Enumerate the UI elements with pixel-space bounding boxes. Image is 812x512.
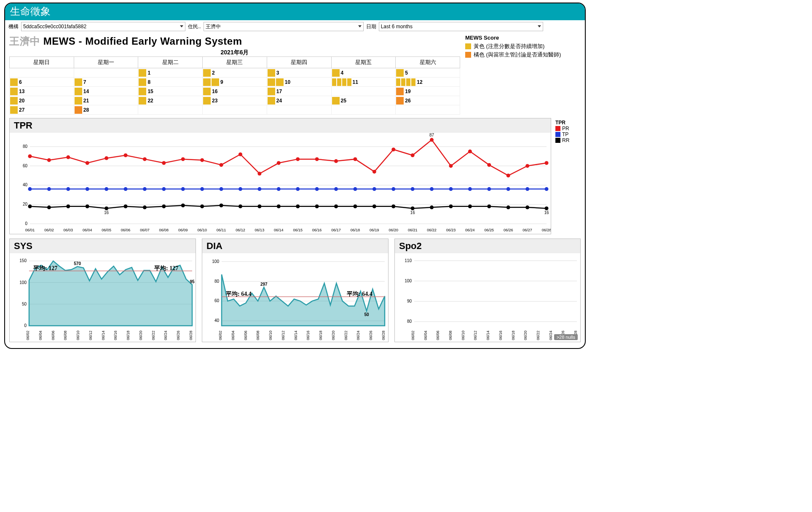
calendar-cell[interactable]: 24 — [267, 96, 331, 105]
weekday-header: 星期二 — [138, 57, 203, 68]
calendar-cell[interactable] — [203, 105, 267, 115]
svg-text:06/16: 06/16 — [312, 228, 322, 232]
svg-point-61 — [468, 187, 472, 191]
calendar-cell[interactable] — [396, 105, 460, 115]
calendar-cell[interactable]: 3 — [267, 68, 331, 78]
mews-legend: MEWS Score 黃色 (注意分數是否持續增加) 橘色 (與當班主管討論是否… — [465, 35, 581, 115]
calendar-cell[interactable]: 17 — [267, 87, 331, 96]
calendar-cell[interactable]: 19 — [396, 87, 460, 96]
svg-point-38 — [28, 187, 32, 191]
calendar-cell[interactable]: 13 — [10, 87, 74, 96]
legend-pr: PR — [555, 126, 581, 131]
legend-yellow: 黃色 (注意分數是否持續增加) — [465, 43, 581, 50]
calendar-cell[interactable]: 10 — [267, 78, 331, 87]
calendar-cell[interactable]: 16 — [203, 87, 267, 96]
svg-text:06/11: 06/11 — [217, 228, 226, 232]
calendar-cell[interactable]: 6 — [10, 78, 74, 87]
calendar-cell[interactable] — [267, 105, 331, 115]
svg-point-91 — [506, 206, 510, 209]
svg-point-36 — [525, 164, 529, 168]
svg-text:80: 80 — [407, 319, 412, 324]
title-bar: 生命徵象 — [5, 3, 585, 20]
svg-point-52 — [296, 187, 300, 191]
calendar-cell[interactable]: 4 — [331, 68, 396, 78]
date-select[interactable]: Last 6 months — [379, 22, 543, 31]
mews-calendar: 星期日星期一星期二星期三星期四星期五星期六 123456789101112131… — [9, 56, 460, 115]
svg-point-73 — [162, 204, 166, 208]
calendar-cell[interactable]: 2 — [203, 68, 267, 78]
svg-text:60: 60 — [214, 298, 220, 303]
calendar-cell[interactable]: 12 — [396, 78, 460, 87]
svg-text:60: 60 — [23, 164, 28, 168]
svg-point-74 — [181, 204, 185, 207]
svg-point-71 — [124, 204, 128, 208]
svg-text:06/14: 06/14 — [486, 330, 490, 340]
calendar-cell[interactable] — [74, 68, 138, 78]
calendar-cell[interactable]: 27 — [10, 105, 74, 115]
svg-text:06/06: 06/06 — [121, 228, 131, 232]
org-select[interactable]: 5ddca5cc9e0cc001fafa5882 — [21, 22, 185, 31]
svg-text:06/26: 06/26 — [504, 228, 513, 232]
svg-text:80: 80 — [214, 279, 220, 284]
svg-text:06/14: 06/14 — [101, 330, 105, 340]
svg-point-42 — [105, 187, 108, 191]
svg-text:06/16: 06/16 — [113, 330, 118, 340]
svg-text:06/18: 06/18 — [511, 330, 515, 340]
calendar-cell[interactable] — [10, 68, 74, 78]
sys-chart-card: SYS 050100150平均: 127平均: 1275709506/0206/… — [9, 239, 196, 342]
svg-point-93 — [545, 206, 549, 210]
calendar-cell[interactable]: 23 — [203, 96, 267, 105]
calendar-cell[interactable]: 9 — [203, 78, 267, 87]
black-swatch-icon — [555, 138, 560, 143]
calendar-cell[interactable]: 28 — [74, 105, 138, 115]
svg-text:06/12: 06/12 — [281, 330, 285, 340]
calendar-cell[interactable]: 21 — [74, 96, 138, 105]
svg-text:150: 150 — [19, 258, 27, 263]
calendar-cell[interactable]: 25 — [331, 96, 396, 105]
svg-text:06/08: 06/08 — [448, 330, 453, 340]
calendar-cell[interactable] — [331, 87, 396, 96]
svg-text:06/12: 06/12 — [236, 228, 245, 232]
calendar-cell[interactable] — [138, 105, 203, 115]
tpr-title: TPR — [10, 118, 551, 133]
calendar-cell[interactable]: 20 — [10, 96, 74, 105]
calendar-cell[interactable]: 5 — [396, 68, 460, 78]
svg-text:06/28: 06/28 — [189, 330, 193, 340]
mews-month: 2021年6月 — [9, 49, 460, 56]
tpr-plot[interactable]: 0204060801616168706/0106/0206/0306/0406/… — [10, 133, 551, 234]
svg-text:06/05: 06/05 — [102, 228, 111, 232]
svg-point-19 — [200, 158, 204, 162]
spo2-plot[interactable]: 809010011006/0206/0406/0606/0806/1006/12… — [395, 253, 580, 342]
svg-text:06/04: 06/04 — [83, 228, 92, 232]
svg-point-50 — [257, 187, 261, 191]
svg-text:平均: 64.4: 平均: 64.4 — [346, 291, 373, 297]
filter-bar: 機構 5ddca5cc9e0cc001fafa5882 住民.. 王濟中 日期 … — [5, 20, 585, 33]
calendar-cell[interactable]: 22 — [138, 96, 203, 105]
svg-point-72 — [143, 206, 147, 209]
svg-point-30 — [411, 153, 415, 157]
svg-point-82 — [334, 204, 338, 208]
calendar-cell[interactable]: 14 — [74, 87, 138, 96]
dia-plot[interactable]: 406080100平均: 64.4平均: 64.42975006/0206/04… — [202, 253, 388, 342]
calendar-cell[interactable]: 15 — [138, 87, 203, 96]
calendar-cell[interactable] — [331, 105, 396, 115]
svg-text:06/08: 06/08 — [63, 330, 67, 340]
svg-text:16: 16 — [410, 210, 415, 215]
svg-text:06/15: 06/15 — [293, 228, 303, 232]
calendar-cell[interactable]: 7 — [74, 78, 138, 87]
svg-point-23 — [277, 161, 281, 165]
resident-select[interactable]: 王濟中 — [204, 22, 364, 31]
svg-point-24 — [296, 157, 300, 161]
svg-text:06/26: 06/26 — [369, 330, 373, 340]
svg-text:06/18: 06/18 — [126, 330, 130, 340]
svg-point-79 — [277, 204, 281, 208]
svg-text:06/04: 06/04 — [231, 330, 235, 340]
calendar-cell[interactable]: 1 — [138, 68, 203, 78]
calendar-cell[interactable]: 11 — [331, 78, 396, 87]
calendar-cell[interactable]: 26 — [396, 96, 460, 105]
sys-plot[interactable]: 050100150平均: 127平均: 1275709506/0206/0406… — [10, 253, 196, 342]
svg-text:100: 100 — [405, 279, 412, 283]
svg-point-39 — [47, 187, 51, 191]
calendar-cell[interactable]: 8 — [138, 78, 203, 87]
svg-point-89 — [468, 204, 472, 208]
